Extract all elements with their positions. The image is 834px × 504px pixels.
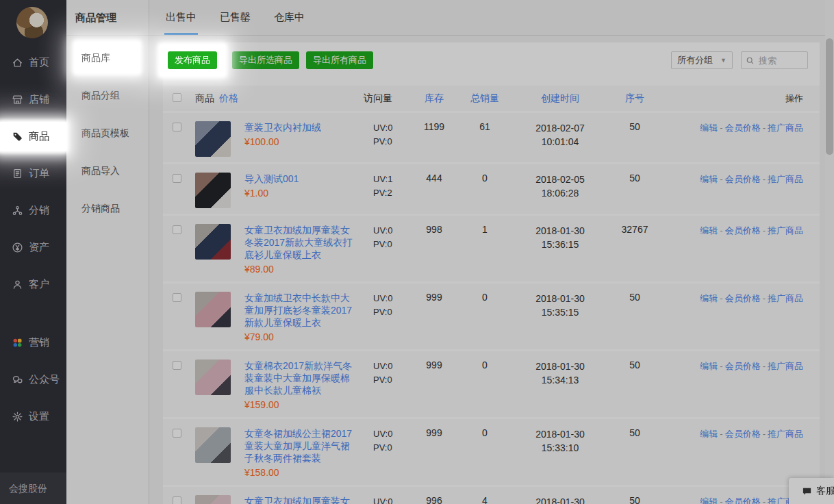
price-sort-link[interactable]: 价格: [219, 92, 238, 105]
row-checkbox[interactable]: [173, 429, 181, 438]
action-separator: -: [720, 225, 722, 236]
sidebar-item-设置[interactable]: 设置: [0, 398, 66, 435]
sidebar-item-订单[interactable]: 订单: [0, 155, 66, 192]
product-info-cell: 童装卫衣内衬加绒 ¥100.00: [244, 121, 373, 149]
submenu-item-商品导入[interactable]: 商品导入: [66, 152, 149, 190]
sidebar-item-店铺[interactable]: 店铺: [0, 81, 66, 118]
product-title-link[interactable]: 导入测试001: [244, 173, 357, 185]
row-checkbox[interactable]: [173, 174, 181, 183]
member-price-link[interactable]: 会员价格: [725, 123, 761, 133]
shop-icon: [12, 94, 23, 105]
product-image-cell: [195, 173, 244, 208]
member-price-link[interactable]: 会员价格: [725, 496, 761, 504]
created-cell: 2018-01-30 15:35:15: [514, 292, 606, 319]
export-all-button[interactable]: 导出所有商品: [306, 51, 373, 69]
promote-link[interactable]: 推广商品: [768, 225, 803, 236]
product-title-link[interactable]: 女童卫衣加绒加厚童装女: [244, 495, 357, 504]
select-all-checkbox[interactable]: [173, 93, 181, 102]
sidebar-item-label: 设置: [29, 410, 49, 423]
submenu-item-商品页模板[interactable]: 商品页模板: [66, 114, 149, 152]
edit-link[interactable]: 编辑: [700, 293, 718, 303]
submenu-item-分销商品[interactable]: 分销商品: [66, 190, 149, 227]
customer-icon: [12, 279, 23, 290]
row-checkbox[interactable]: [173, 225, 181, 234]
created-date: 2018-02-05: [514, 173, 606, 186]
search-input[interactable]: [757, 55, 803, 66]
member-price-link[interactable]: 会员价格: [725, 361, 761, 371]
submenu-item-商品库[interactable]: 商品库: [75, 42, 140, 73]
pv-count: PV:0: [373, 135, 413, 149]
scrollbar-thumb[interactable]: [826, 38, 833, 155]
product-image[interactable]: [195, 292, 231, 327]
tab-仓库中[interactable]: 仓库中: [273, 0, 306, 35]
action-separator: -: [763, 361, 766, 371]
customer-service-widget[interactable]: 客服: [789, 478, 834, 504]
edit-link[interactable]: 编辑: [700, 174, 718, 184]
created-cell: 2018-01-30 15:36:15: [514, 224, 606, 251]
uv-count: UV:1: [373, 173, 413, 186]
product-image[interactable]: [195, 224, 231, 260]
product-image[interactable]: [195, 121, 231, 157]
promote-link[interactable]: 推广商品: [768, 429, 803, 439]
row-checkbox[interactable]: [173, 123, 181, 131]
stock-sort-link: 库存: [413, 92, 455, 105]
created-date: 2018-01-30: [514, 427, 606, 441]
member-price-link[interactable]: 会员价格: [725, 225, 761, 236]
created-time: 15:35:15: [514, 305, 606, 319]
edit-link[interactable]: 编辑: [700, 225, 718, 236]
promote-link[interactable]: 推广商品: [768, 293, 803, 303]
row-checkbox[interactable]: [173, 293, 181, 302]
publish-product-button[interactable]: 发布商品: [168, 51, 217, 69]
product-image[interactable]: [195, 173, 231, 208]
tab-出售中[interactable]: 出售中: [164, 0, 198, 35]
product-title-link[interactable]: 女童冬裙加绒公主裙2017童装大童加厚儿童洋气裙子秋冬两件裙套装: [244, 427, 357, 464]
sidebar-item-label: 资产: [29, 241, 49, 254]
promote-link[interactable]: 推广商品: [768, 123, 803, 133]
sidebar-item-资产[interactable]: 资产: [0, 229, 66, 266]
sidebar-item-分销[interactable]: 分销: [0, 192, 66, 229]
row-checkbox[interactable]: [173, 361, 181, 370]
product-image[interactable]: [195, 360, 231, 395]
sidebar-item-商品[interactable]: 商品: [0, 122, 66, 151]
actions-column-label: 操作: [664, 92, 820, 105]
sales-cell: 61: [455, 121, 514, 132]
avatar[interactable]: [16, 7, 48, 38]
promote-link[interactable]: 推广商品: [768, 361, 803, 371]
product-column-label: 商品: [195, 92, 214, 105]
tab-已售罄[interactable]: 已售罄: [218, 0, 252, 35]
product-title-link[interactable]: 女童卫衣加绒加厚童装女冬装2017新款大童绒衣打底衫儿童保暖上衣: [244, 224, 357, 261]
table-row: 女童卫衣加绒加厚童装女 UV:0 996 4 2018-01-30 50 编辑-…: [163, 487, 820, 504]
product-title-link[interactable]: 女童加绒卫衣中长款中大童加厚打底衫冬童装2017新款儿童保暖上衣: [244, 292, 357, 329]
vertical-scrollbar[interactable]: [825, 0, 834, 504]
edit-link[interactable]: 编辑: [700, 429, 718, 439]
submenu-panel: 商品管理 商品库商品分组商品页模板商品导入分销商品: [66, 0, 149, 504]
sidebar-item-首页[interactable]: 首页: [0, 44, 66, 81]
member-price-link[interactable]: 会员价格: [725, 174, 761, 184]
sidebar-item-客户[interactable]: 客户: [0, 266, 66, 303]
official-account-icon: [12, 374, 23, 386]
product-image-cell: [195, 292, 244, 327]
group-filter-select[interactable]: 所有分组 ▼: [671, 51, 733, 69]
export-selected-button[interactable]: 导出所选商品: [232, 51, 299, 69]
member-price-link[interactable]: 会员价格: [725, 429, 761, 439]
created-time: 15:36:15: [514, 238, 606, 251]
created-cell: 2018-01-30 15:33:10: [514, 427, 606, 455]
product-title-link[interactable]: 童装卫衣内衬加绒: [244, 121, 357, 134]
row-checkbox-cell: [163, 360, 195, 372]
submenu-item-商品分组[interactable]: 商品分组: [66, 77, 149, 114]
promote-link[interactable]: 推广商品: [768, 174, 803, 184]
product-title-link[interactable]: 女童棉衣2017新款洋气冬装童装中大童加厚保暖棉服中长款儿童棉袄: [244, 360, 357, 396]
toolbar: 发布商品 导出所选商品 导出所有商品 所有分组 ▼: [163, 42, 820, 86]
table-header: 商品 价格 访问量 库存 总销量 创建时间 序号 操作: [163, 86, 820, 113]
edit-link[interactable]: 编辑: [700, 123, 718, 133]
edit-link[interactable]: 编辑: [700, 361, 718, 371]
row-checkbox[interactable]: [173, 496, 181, 504]
sidebar-item-营销[interactable]: 营销: [0, 324, 66, 361]
stock-cell: 999: [413, 292, 455, 303]
member-price-link[interactable]: 会员价格: [725, 293, 761, 303]
sidebar-item-公众号[interactable]: 公众号: [0, 361, 66, 398]
product-image[interactable]: [195, 427, 231, 463]
edit-link[interactable]: 编辑: [700, 496, 718, 504]
action-separator: -: [720, 361, 722, 371]
product-image[interactable]: [195, 495, 231, 504]
